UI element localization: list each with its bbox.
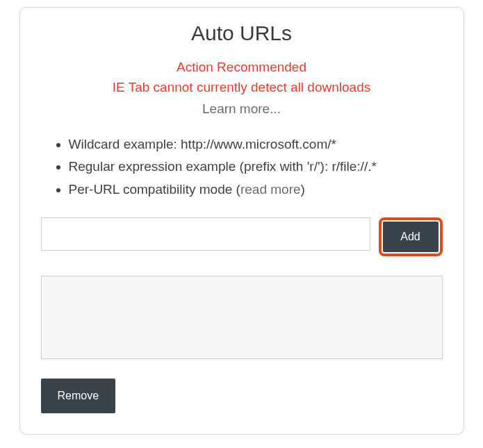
example-perurl-prefix: Per-URL compatibility mode ( [69, 182, 240, 197]
example-regex: Regular expression example (prefix with … [69, 156, 443, 178]
examples-list: Wildcard example: http://www.microsoft.c… [41, 133, 443, 201]
panel-title: Auto URLs [41, 22, 443, 45]
example-wildcard: Wildcard example: http://www.microsoft.c… [69, 133, 443, 156]
add-button-highlight: Add [379, 217, 443, 256]
url-list[interactable] [41, 276, 443, 359]
add-button[interactable]: Add [383, 222, 439, 252]
learn-more-link[interactable]: Learn more... [41, 101, 443, 117]
read-more-link[interactable]: read more [240, 182, 301, 197]
example-perurl-suffix: ) [301, 182, 305, 197]
alert-message: IE Tab cannot currently detect all downl… [41, 78, 443, 98]
example-perurl: Per-URL compatibility mode (read more) [69, 179, 443, 201]
alert-block: Action Recommended IE Tab cannot current… [41, 58, 443, 97]
add-url-row: Add [41, 217, 443, 256]
url-input[interactable] [41, 217, 370, 251]
alert-heading: Action Recommended [41, 58, 443, 78]
remove-button[interactable]: Remove [41, 379, 116, 413]
auto-urls-panel: Auto URLs Action Recommended IE Tab cann… [19, 7, 464, 435]
